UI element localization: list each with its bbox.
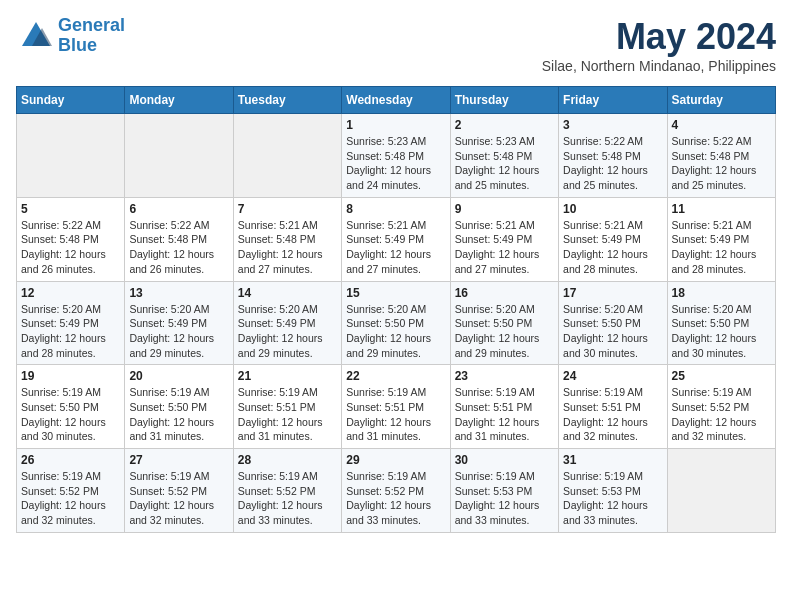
calendar-cell (17, 114, 125, 198)
day-info: Sunrise: 5:19 AM Sunset: 5:51 PM Dayligh… (563, 385, 662, 444)
calendar-cell: 19Sunrise: 5:19 AM Sunset: 5:50 PM Dayli… (17, 365, 125, 449)
calendar-cell: 18Sunrise: 5:20 AM Sunset: 5:50 PM Dayli… (667, 281, 775, 365)
day-info: Sunrise: 5:22 AM Sunset: 5:48 PM Dayligh… (129, 218, 228, 277)
day-info: Sunrise: 5:23 AM Sunset: 5:48 PM Dayligh… (455, 134, 554, 193)
calendar-cell: 28Sunrise: 5:19 AM Sunset: 5:52 PM Dayli… (233, 449, 341, 533)
day-info: Sunrise: 5:19 AM Sunset: 5:52 PM Dayligh… (21, 469, 120, 528)
calendar-cell: 21Sunrise: 5:19 AM Sunset: 5:51 PM Dayli… (233, 365, 341, 449)
day-number: 3 (563, 118, 662, 132)
day-info: Sunrise: 5:22 AM Sunset: 5:48 PM Dayligh… (21, 218, 120, 277)
logo-line1: General (58, 15, 125, 35)
calendar-cell: 3Sunrise: 5:22 AM Sunset: 5:48 PM Daylig… (559, 114, 667, 198)
calendar-cell: 16Sunrise: 5:20 AM Sunset: 5:50 PM Dayli… (450, 281, 558, 365)
weekday-header-tuesday: Tuesday (233, 87, 341, 114)
day-number: 17 (563, 286, 662, 300)
calendar-cell: 13Sunrise: 5:20 AM Sunset: 5:49 PM Dayli… (125, 281, 233, 365)
logo-icon (16, 18, 52, 54)
calendar-cell: 10Sunrise: 5:21 AM Sunset: 5:49 PM Dayli… (559, 197, 667, 281)
day-number: 30 (455, 453, 554, 467)
calendar-cell: 1Sunrise: 5:23 AM Sunset: 5:48 PM Daylig… (342, 114, 450, 198)
day-info: Sunrise: 5:20 AM Sunset: 5:50 PM Dayligh… (563, 302, 662, 361)
calendar-cell: 31Sunrise: 5:19 AM Sunset: 5:53 PM Dayli… (559, 449, 667, 533)
calendar-cell: 29Sunrise: 5:19 AM Sunset: 5:52 PM Dayli… (342, 449, 450, 533)
day-number: 22 (346, 369, 445, 383)
day-info: Sunrise: 5:21 AM Sunset: 5:49 PM Dayligh… (672, 218, 771, 277)
calendar-cell: 20Sunrise: 5:19 AM Sunset: 5:50 PM Dayli… (125, 365, 233, 449)
calendar-cell: 15Sunrise: 5:20 AM Sunset: 5:50 PM Dayli… (342, 281, 450, 365)
day-number: 19 (21, 369, 120, 383)
day-number: 6 (129, 202, 228, 216)
calendar-cell: 12Sunrise: 5:20 AM Sunset: 5:49 PM Dayli… (17, 281, 125, 365)
weekday-header-monday: Monday (125, 87, 233, 114)
day-number: 7 (238, 202, 337, 216)
day-info: Sunrise: 5:20 AM Sunset: 5:49 PM Dayligh… (21, 302, 120, 361)
day-info: Sunrise: 5:19 AM Sunset: 5:51 PM Dayligh… (455, 385, 554, 444)
day-info: Sunrise: 5:19 AM Sunset: 5:52 PM Dayligh… (238, 469, 337, 528)
calendar-week-4: 19Sunrise: 5:19 AM Sunset: 5:50 PM Dayli… (17, 365, 776, 449)
logo-text: General Blue (58, 16, 125, 56)
calendar-cell: 8Sunrise: 5:21 AM Sunset: 5:49 PM Daylig… (342, 197, 450, 281)
day-number: 15 (346, 286, 445, 300)
day-number: 14 (238, 286, 337, 300)
day-number: 4 (672, 118, 771, 132)
calendar-cell: 23Sunrise: 5:19 AM Sunset: 5:51 PM Dayli… (450, 365, 558, 449)
day-number: 26 (21, 453, 120, 467)
calendar-cell: 6Sunrise: 5:22 AM Sunset: 5:48 PM Daylig… (125, 197, 233, 281)
day-number: 8 (346, 202, 445, 216)
day-info: Sunrise: 5:19 AM Sunset: 5:52 PM Dayligh… (346, 469, 445, 528)
calendar-table: SundayMondayTuesdayWednesdayThursdayFrid… (16, 86, 776, 533)
day-info: Sunrise: 5:20 AM Sunset: 5:50 PM Dayligh… (455, 302, 554, 361)
calendar-week-2: 5Sunrise: 5:22 AM Sunset: 5:48 PM Daylig… (17, 197, 776, 281)
calendar-week-3: 12Sunrise: 5:20 AM Sunset: 5:49 PM Dayli… (17, 281, 776, 365)
day-info: Sunrise: 5:19 AM Sunset: 5:52 PM Dayligh… (672, 385, 771, 444)
calendar-cell: 14Sunrise: 5:20 AM Sunset: 5:49 PM Dayli… (233, 281, 341, 365)
calendar-cell: 9Sunrise: 5:21 AM Sunset: 5:49 PM Daylig… (450, 197, 558, 281)
day-number: 25 (672, 369, 771, 383)
day-number: 20 (129, 369, 228, 383)
day-number: 28 (238, 453, 337, 467)
calendar-cell: 4Sunrise: 5:22 AM Sunset: 5:48 PM Daylig… (667, 114, 775, 198)
day-number: 11 (672, 202, 771, 216)
day-info: Sunrise: 5:20 AM Sunset: 5:50 PM Dayligh… (346, 302, 445, 361)
day-info: Sunrise: 5:21 AM Sunset: 5:49 PM Dayligh… (455, 218, 554, 277)
day-number: 1 (346, 118, 445, 132)
logo: General Blue (16, 16, 125, 56)
calendar-cell: 26Sunrise: 5:19 AM Sunset: 5:52 PM Dayli… (17, 449, 125, 533)
day-number: 10 (563, 202, 662, 216)
day-info: Sunrise: 5:21 AM Sunset: 5:49 PM Dayligh… (563, 218, 662, 277)
day-info: Sunrise: 5:20 AM Sunset: 5:49 PM Dayligh… (129, 302, 228, 361)
calendar-cell: 7Sunrise: 5:21 AM Sunset: 5:48 PM Daylig… (233, 197, 341, 281)
day-info: Sunrise: 5:20 AM Sunset: 5:49 PM Dayligh… (238, 302, 337, 361)
day-number: 31 (563, 453, 662, 467)
weekday-header-sunday: Sunday (17, 87, 125, 114)
day-info: Sunrise: 5:22 AM Sunset: 5:48 PM Dayligh… (563, 134, 662, 193)
day-info: Sunrise: 5:19 AM Sunset: 5:50 PM Dayligh… (129, 385, 228, 444)
calendar-cell: 30Sunrise: 5:19 AM Sunset: 5:53 PM Dayli… (450, 449, 558, 533)
weekday-header-saturday: Saturday (667, 87, 775, 114)
calendar-cell (667, 449, 775, 533)
calendar-cell: 17Sunrise: 5:20 AM Sunset: 5:50 PM Dayli… (559, 281, 667, 365)
calendar-cell: 5Sunrise: 5:22 AM Sunset: 5:48 PM Daylig… (17, 197, 125, 281)
day-number: 21 (238, 369, 337, 383)
day-info: Sunrise: 5:19 AM Sunset: 5:50 PM Dayligh… (21, 385, 120, 444)
day-info: Sunrise: 5:21 AM Sunset: 5:49 PM Dayligh… (346, 218, 445, 277)
day-info: Sunrise: 5:21 AM Sunset: 5:48 PM Dayligh… (238, 218, 337, 277)
logo-line2: Blue (58, 35, 97, 55)
day-number: 9 (455, 202, 554, 216)
day-number: 2 (455, 118, 554, 132)
calendar-cell (125, 114, 233, 198)
calendar-week-1: 1Sunrise: 5:23 AM Sunset: 5:48 PM Daylig… (17, 114, 776, 198)
day-info: Sunrise: 5:23 AM Sunset: 5:48 PM Dayligh… (346, 134, 445, 193)
weekday-header-thursday: Thursday (450, 87, 558, 114)
weekday-header-wednesday: Wednesday (342, 87, 450, 114)
day-info: Sunrise: 5:19 AM Sunset: 5:53 PM Dayligh… (455, 469, 554, 528)
calendar-cell: 2Sunrise: 5:23 AM Sunset: 5:48 PM Daylig… (450, 114, 558, 198)
calendar-cell (233, 114, 341, 198)
day-number: 18 (672, 286, 771, 300)
calendar-cell: 22Sunrise: 5:19 AM Sunset: 5:51 PM Dayli… (342, 365, 450, 449)
day-number: 29 (346, 453, 445, 467)
day-number: 5 (21, 202, 120, 216)
weekday-header-row: SundayMondayTuesdayWednesdayThursdayFrid… (17, 87, 776, 114)
day-number: 16 (455, 286, 554, 300)
day-info: Sunrise: 5:19 AM Sunset: 5:52 PM Dayligh… (129, 469, 228, 528)
